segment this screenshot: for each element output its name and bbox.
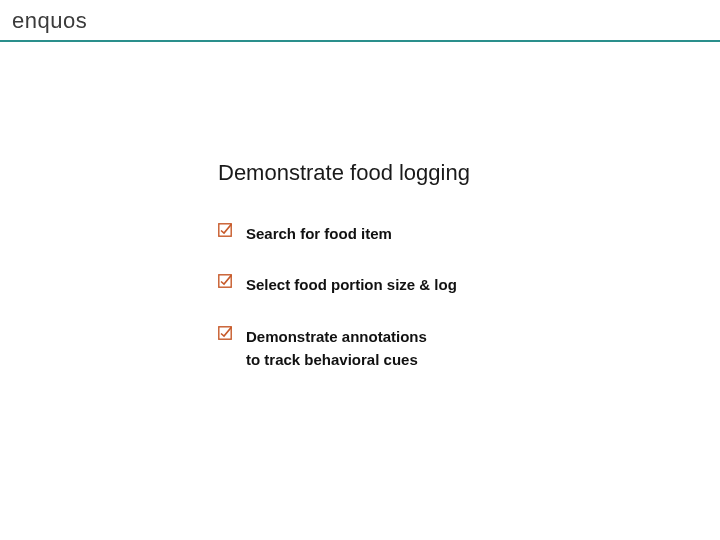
main-content: Demonstrate food logging Search for food…	[218, 160, 638, 399]
list-item: Search for food item	[218, 222, 638, 245]
checkmark-icon	[218, 223, 232, 237]
page-title: Demonstrate food logging	[218, 160, 638, 186]
slide: enquos Demonstrate food logging Search f…	[0, 0, 720, 540]
list-item-text: Select food portion size & log	[246, 273, 457, 296]
header-divider	[0, 40, 720, 42]
checkmark-icon	[218, 274, 232, 288]
list-item: Select food portion size & log	[218, 273, 638, 296]
brand-logo: enquos	[12, 8, 720, 34]
list-item-text: Demonstrate annotationsto track behavior…	[246, 325, 427, 372]
list-item: Demonstrate annotationsto track behavior…	[218, 325, 638, 372]
checkmark-icon	[218, 326, 232, 340]
list-item-text: Search for food item	[246, 222, 392, 245]
header: enquos	[0, 0, 720, 40]
